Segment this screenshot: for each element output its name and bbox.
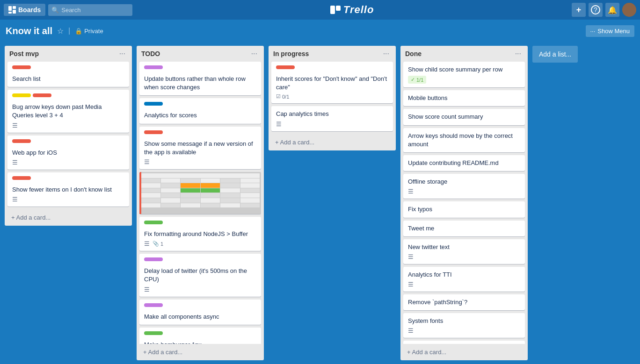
card-inherit-scores[interactable]: Inherit scores for "Don't know" and "Don… bbox=[271, 62, 393, 103]
card-cover-image bbox=[139, 172, 261, 214]
svg-rect-3 bbox=[8, 12, 12, 14]
svg-rect-5 bbox=[336, 6, 341, 11]
card-cover[interactable] bbox=[139, 172, 261, 214]
card-mobile-buttons[interactable]: Mobile buttons bbox=[403, 90, 525, 106]
star-icon[interactable]: ☆ bbox=[57, 27, 64, 36]
list-title-todo: TODO bbox=[141, 50, 160, 57]
card-title: Mobile buttons bbox=[408, 94, 520, 102]
card-title: Show child score summary per row bbox=[408, 65, 520, 74]
card-hamburger[interactable]: Make hamburger 1px bbox=[139, 328, 261, 344]
list-cards-todo: Update buttons rather than whole row whe… bbox=[137, 62, 264, 344]
card-async-components[interactable]: Make all components async bbox=[139, 300, 261, 325]
card-cap-analytics[interactable]: Cap analytics times ☰ bbox=[271, 106, 393, 131]
card-search-list[interactable]: Search list bbox=[7, 62, 129, 87]
label-blue bbox=[144, 102, 163, 106]
card-analytics-scores[interactable]: Analytics for scores bbox=[139, 98, 261, 123]
notification-icon: 🔔 bbox=[608, 6, 617, 14]
card-close-brackets[interactable]: close brackets on Math.min( bbox=[403, 341, 525, 344]
list-title-post-mvp: Post mvp bbox=[9, 50, 39, 57]
label-red bbox=[144, 130, 163, 134]
list-done: Done ··· Show child score summary per ro… bbox=[400, 46, 528, 360]
list-footer-todo: + Add a card... bbox=[137, 344, 264, 360]
list-header-done: Done ··· bbox=[400, 46, 528, 62]
svg-rect-2 bbox=[13, 10, 16, 14]
info-button[interactable]: ? bbox=[589, 3, 603, 17]
card-title: Show some message if a new version of th… bbox=[144, 140, 256, 157]
show-menu-button[interactable]: ··· Show Menu bbox=[586, 25, 635, 37]
add-card-button-todo[interactable]: + Add a card... bbox=[140, 347, 260, 357]
label-red bbox=[276, 65, 295, 69]
board-title: Know it all bbox=[6, 26, 52, 36]
card-delay-twitter[interactable]: Delay load of twitter (it's 500ms on the… bbox=[139, 254, 261, 296]
list-title-done: Done bbox=[405, 50, 422, 57]
card-fix-typos[interactable]: Fix typos bbox=[403, 201, 525, 217]
list-menu-button-post-mvp[interactable]: ··· bbox=[117, 50, 127, 58]
card-web-app-ios[interactable]: Web app for iOS ☰ bbox=[7, 136, 129, 170]
list-cards-done: Show child score summary per row ✓ 1/1 M… bbox=[400, 62, 528, 344]
card-tweet-me[interactable]: Tweet me bbox=[403, 221, 525, 236]
label-red bbox=[12, 65, 31, 69]
label-purple bbox=[144, 65, 163, 69]
desc-icon: ☰ bbox=[144, 286, 150, 293]
attachment-badge: 📎 1 bbox=[153, 241, 163, 247]
add-card-button-in-progress[interactable]: + Add a card... bbox=[272, 137, 392, 148]
card-title: Remove `pathString`? bbox=[408, 298, 520, 307]
search-wrap: 🔍 bbox=[48, 4, 132, 16]
lock-icon: 🔒 bbox=[75, 28, 82, 35]
card-title: Fix typos bbox=[408, 205, 520, 214]
checklist-badge-green: ✓ 1/1 bbox=[408, 76, 426, 84]
card-title: Cap analytics times bbox=[276, 110, 388, 118]
card-title: Show score count summary bbox=[408, 113, 520, 121]
card-bug-arrow-keys[interactable]: Bug arrow keys down past Media Queries l… bbox=[7, 90, 129, 132]
card-contributing-readme[interactable]: Update contributing README.md bbox=[403, 155, 525, 171]
list-menu-button-done[interactable]: ··· bbox=[513, 50, 523, 58]
card-system-fonts[interactable]: System fonts ☰ bbox=[403, 313, 525, 338]
board-header-right: ··· Show Menu bbox=[586, 25, 635, 37]
card-score-count[interactable]: Show score count summary bbox=[403, 109, 525, 125]
card-title: New twitter text bbox=[408, 243, 520, 251]
card-offline-storage[interactable]: Offline storage ☰ bbox=[403, 174, 525, 199]
card-title: Make all components async bbox=[144, 313, 256, 321]
card-title: Tweet me bbox=[408, 224, 520, 233]
card-arrow-keys-correct[interactable]: Arrow keys should move by the correct am… bbox=[403, 128, 525, 152]
card-analytics-tti[interactable]: Analytics for TTI ☰ bbox=[403, 267, 525, 292]
dots-icon: ··· bbox=[590, 28, 596, 35]
boards-button[interactable]: Boards bbox=[4, 4, 45, 16]
desc-icon: ☰ bbox=[12, 196, 18, 203]
label-red bbox=[33, 93, 51, 97]
card-child-score[interactable]: Show child score summary per row ✓ 1/1 bbox=[403, 62, 525, 87]
desc-icon: ☰ bbox=[144, 240, 150, 247]
notifications-button[interactable]: 🔔 bbox=[605, 3, 619, 17]
checklist-icon: ☑ bbox=[276, 93, 281, 100]
card-remove-pathstring[interactable]: Remove `pathString`? bbox=[403, 294, 525, 310]
desc-icon: ☰ bbox=[408, 188, 414, 195]
checklist-badge: ☑ 0/1 bbox=[276, 93, 289, 100]
card-title: Delay load of twitter (it's 500ms on the… bbox=[144, 267, 256, 284]
card-fix-formatting[interactable]: Fix formatting around NodeJS > Buffer ☰ … bbox=[139, 217, 261, 251]
list-menu-button-in-progress[interactable]: ··· bbox=[381, 50, 391, 58]
desc-icon: ☰ bbox=[12, 159, 18, 166]
trello-logo-icon bbox=[330, 6, 341, 14]
desc-icon: ☰ bbox=[276, 121, 282, 128]
card-show-message[interactable]: Show some message if a new version of th… bbox=[139, 127, 261, 169]
card-title: Web app for iOS bbox=[12, 149, 124, 157]
nav-logo: Trello bbox=[135, 4, 569, 16]
card-new-twitter-text[interactable]: New twitter text ☰ bbox=[403, 239, 525, 264]
add-card-button-done[interactable]: + Add a card... bbox=[404, 347, 524, 357]
add-list-button[interactable]: Add a list... bbox=[532, 46, 578, 63]
avatar[interactable] bbox=[622, 3, 636, 17]
list-footer-in-progress: + Add a card... bbox=[269, 134, 396, 150]
card-title: Arrow keys should move by the correct am… bbox=[408, 132, 520, 149]
desc-icon: ☰ bbox=[12, 122, 18, 129]
checklist-count: 1/1 bbox=[416, 77, 423, 83]
list-cards-in-progress: Inherit scores for "Don't know" and "Don… bbox=[269, 62, 396, 134]
label-purple bbox=[144, 257, 163, 261]
card-fewer-items[interactable]: Show fewer items on I don't know list ☰ bbox=[7, 172, 129, 207]
list-menu-button-todo[interactable]: ··· bbox=[249, 50, 259, 58]
card-title: Update contributing README.md bbox=[408, 159, 520, 167]
list-cards-post-mvp: Search list Bug arrow keys down past Med… bbox=[5, 62, 132, 209]
search-input[interactable] bbox=[48, 4, 132, 16]
add-card-button-post-mvp[interactable]: + Add a card... bbox=[8, 212, 128, 223]
card-update-buttons[interactable]: Update buttons rather than whole row whe… bbox=[139, 62, 261, 95]
add-button[interactable]: + bbox=[572, 3, 586, 17]
